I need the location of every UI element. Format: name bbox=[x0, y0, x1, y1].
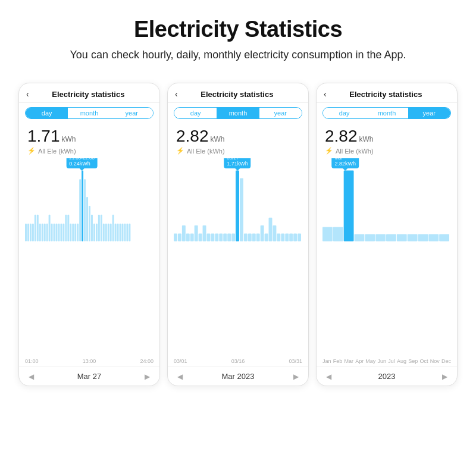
svg-rect-10 bbox=[49, 215, 51, 242]
svg-rect-58 bbox=[227, 234, 231, 242]
svg-rect-44 bbox=[129, 224, 130, 242]
phone-title: Electricity statistics bbox=[331, 90, 440, 99]
svg-rect-34 bbox=[105, 224, 107, 242]
phone-header: ‹ Electricity statistics bbox=[317, 83, 457, 103]
tab-month[interactable]: month bbox=[68, 108, 110, 118]
svg-rect-37 bbox=[112, 215, 114, 242]
svg-rect-51 bbox=[199, 234, 202, 242]
page-subtitle: You can check hourly, daily, monthly ele… bbox=[36, 47, 440, 62]
svg-rect-80 bbox=[365, 234, 375, 242]
svg-rect-41 bbox=[121, 224, 123, 242]
x-label: 24:00 bbox=[140, 358, 154, 364]
svg-rect-77 bbox=[333, 227, 343, 242]
svg-rect-47 bbox=[182, 226, 186, 242]
svg-rect-64 bbox=[252, 234, 256, 242]
x-label: Sep bbox=[408, 358, 418, 364]
tab-year[interactable]: year bbox=[259, 108, 302, 118]
svg-rect-12 bbox=[54, 224, 55, 242]
svg-rect-52 bbox=[203, 226, 206, 242]
stat-unit: kWh bbox=[211, 135, 225, 143]
svg-rect-29 bbox=[93, 224, 95, 242]
phone-month-phone: ‹ Electricity statisticsdaymonthyear2.82… bbox=[167, 83, 309, 386]
lightning-icon: ⚡ bbox=[176, 147, 184, 155]
x-label: 03/16 bbox=[231, 358, 245, 364]
tab-day[interactable]: day bbox=[174, 108, 217, 118]
nav-bar: ◀ Mar 2023 ▶ bbox=[168, 367, 308, 386]
svg-rect-76 bbox=[322, 227, 333, 242]
phone-day-phone: ‹ Electricity statisticsdaymonthyear1.71… bbox=[18, 83, 160, 386]
svg-rect-36 bbox=[110, 224, 112, 242]
nav-bar: ◀ 2023 ▶ bbox=[317, 367, 457, 386]
back-arrow[interactable]: ‹ bbox=[324, 89, 327, 99]
svg-rect-75 bbox=[298, 234, 301, 242]
tab-month[interactable]: month bbox=[217, 108, 259, 118]
svg-rect-74 bbox=[293, 234, 297, 242]
x-label: 03/31 bbox=[289, 358, 302, 364]
tab-day[interactable]: day bbox=[323, 108, 365, 118]
back-arrow[interactable]: ‹ bbox=[26, 89, 29, 99]
svg-rect-78 bbox=[344, 171, 354, 242]
svg-rect-66 bbox=[261, 226, 264, 242]
svg-rect-53 bbox=[206, 234, 210, 242]
stat-value: 1.71 kWh bbox=[19, 122, 159, 147]
svg-rect-5 bbox=[37, 215, 39, 242]
stat-label: ⚡ All Ele (kWh) bbox=[168, 147, 308, 158]
stat-unit: kWh bbox=[62, 135, 76, 143]
tab-bar: daymonthyear bbox=[25, 107, 154, 119]
svg-rect-30 bbox=[96, 224, 98, 242]
svg-rect-56 bbox=[219, 234, 223, 242]
svg-rect-73 bbox=[289, 234, 293, 242]
svg-rect-6 bbox=[39, 224, 41, 242]
chart-tooltip: Mar2.82kWh bbox=[331, 158, 359, 168]
phone-year-phone: ‹ Electricity statisticsdaymonthyear2.82… bbox=[316, 83, 458, 386]
stat-label-text: All Ele (kWh) bbox=[336, 148, 374, 155]
svg-rect-67 bbox=[265, 234, 268, 242]
phone-title: Electricity statistics bbox=[183, 90, 292, 99]
svg-rect-55 bbox=[215, 234, 218, 242]
svg-rect-81 bbox=[375, 234, 386, 242]
tab-year[interactable]: year bbox=[408, 108, 450, 118]
nav-date: Mar 27 bbox=[77, 372, 101, 381]
svg-rect-7 bbox=[42, 224, 43, 242]
nav-prev[interactable]: ◀ bbox=[326, 372, 331, 381]
x-axis-labels: 03/0103/1603/31 bbox=[168, 357, 308, 367]
svg-rect-33 bbox=[103, 224, 105, 242]
tab-bar: daymonthyear bbox=[174, 107, 302, 119]
x-label: Apr bbox=[355, 358, 364, 364]
tab-month[interactable]: month bbox=[365, 108, 408, 118]
nav-prev[interactable]: ◀ bbox=[29, 372, 34, 381]
svg-rect-9 bbox=[46, 224, 48, 242]
nav-next[interactable]: ▶ bbox=[442, 372, 447, 381]
svg-rect-35 bbox=[108, 224, 109, 242]
bar-chart bbox=[322, 158, 451, 248]
page-header: Electricity Statistics You can check hou… bbox=[0, 0, 476, 72]
page-title: Electricity Statistics bbox=[36, 17, 440, 42]
chart-tooltip: 21:00-22:000.24kWh bbox=[66, 158, 98, 168]
svg-rect-11 bbox=[51, 224, 53, 242]
x-label: Jun bbox=[378, 358, 387, 364]
x-label: Jan bbox=[322, 358, 331, 364]
nav-next[interactable]: ▶ bbox=[293, 372, 299, 381]
chart-area: Mar2.82kWh bbox=[317, 158, 457, 357]
nav-prev[interactable]: ◀ bbox=[177, 372, 183, 381]
svg-rect-71 bbox=[281, 234, 284, 242]
svg-rect-4 bbox=[35, 215, 36, 242]
svg-rect-22 bbox=[77, 224, 79, 242]
svg-rect-65 bbox=[256, 234, 260, 242]
tab-day[interactable]: day bbox=[26, 108, 68, 118]
chart-area: 21:00-22:000.24kWh bbox=[19, 158, 159, 357]
nav-next[interactable]: ▶ bbox=[145, 372, 150, 381]
svg-rect-42 bbox=[124, 224, 126, 242]
stat-label-text: All Ele (kWh) bbox=[187, 148, 225, 155]
back-arrow[interactable]: ‹ bbox=[175, 89, 178, 99]
svg-rect-48 bbox=[186, 234, 190, 242]
svg-rect-85 bbox=[418, 234, 428, 242]
bar-chart bbox=[174, 158, 302, 248]
svg-rect-24 bbox=[82, 171, 83, 242]
svg-rect-84 bbox=[408, 234, 418, 242]
tab-year[interactable]: year bbox=[111, 108, 153, 118]
svg-rect-23 bbox=[79, 179, 81, 241]
phone-title: Electricity statistics bbox=[34, 90, 143, 99]
nav-bar: ◀ Mar 27 ▶ bbox=[19, 367, 159, 386]
svg-rect-19 bbox=[70, 224, 71, 242]
